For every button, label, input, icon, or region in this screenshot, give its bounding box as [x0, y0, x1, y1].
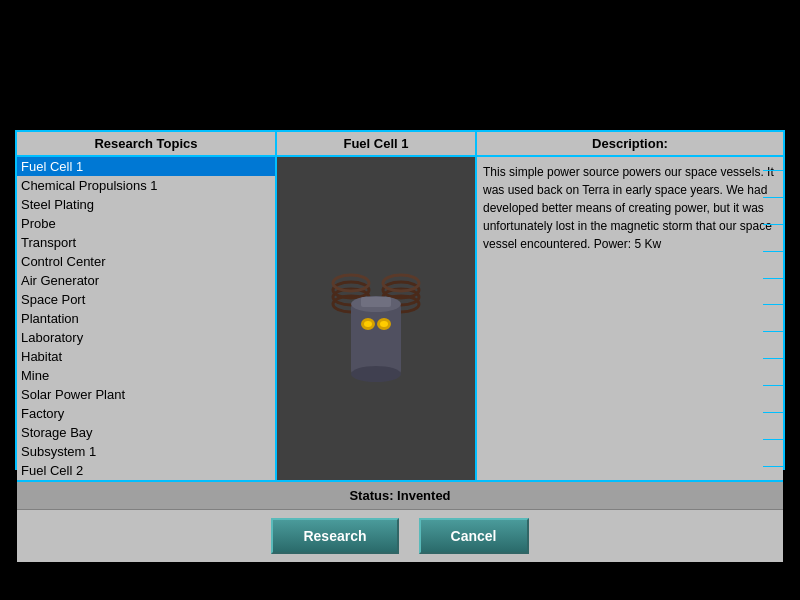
status-bar: Status: Invented [17, 482, 783, 510]
research-button[interactable]: Research [271, 518, 398, 554]
list-item[interactable]: Laboratory [17, 328, 275, 347]
list-item[interactable]: Fuel Cell 1 [17, 157, 275, 176]
list-item[interactable]: Steel Plating [17, 195, 275, 214]
list-container: Fuel Cell 1Chemical Propulsions 1Steel P… [17, 157, 275, 480]
right-panel: Description: This simple power source po… [477, 132, 783, 480]
list-item[interactable]: Subsystem 1 [17, 442, 275, 461]
list-item[interactable]: Control Center [17, 252, 275, 271]
cancel-button[interactable]: Cancel [419, 518, 529, 554]
description-text: This simple power source powers our spac… [477, 157, 783, 480]
svg-point-13 [364, 321, 372, 327]
list-item[interactable]: Habitat [17, 347, 275, 366]
svg-point-10 [351, 366, 401, 382]
dialog-top: Research Topics Fuel Cell 1Chemical Prop… [17, 132, 783, 482]
research-dialog: Research Topics Fuel Cell 1Chemical Prop… [15, 130, 785, 470]
topics-header: Research Topics [17, 132, 275, 157]
list-item[interactable]: Storage Bay [17, 423, 275, 442]
fuel-cell-image [316, 249, 436, 389]
middle-panel: Fuel Cell 1 [277, 132, 477, 480]
list-item[interactable]: Transport [17, 233, 275, 252]
item-image-area [277, 157, 475, 480]
list-item[interactable]: Probe [17, 214, 275, 233]
item-name-header: Fuel Cell 1 [277, 132, 475, 157]
list-item[interactable]: Air Generator [17, 271, 275, 290]
list-item[interactable]: Factory [17, 404, 275, 423]
button-row: Research Cancel [17, 510, 783, 562]
list-item[interactable]: Fuel Cell 2 [17, 461, 275, 480]
list-item[interactable]: Chemical Propulsions 1 [17, 176, 275, 195]
description-content: This simple power source powers our spac… [483, 165, 774, 251]
svg-rect-8 [351, 304, 401, 374]
svg-rect-15 [361, 297, 391, 307]
list-item[interactable]: Solar Power Plant [17, 385, 275, 404]
svg-point-14 [380, 321, 388, 327]
list-item[interactable]: Plantation [17, 309, 275, 328]
blue-line-decoration [763, 157, 783, 480]
description-header: Description: [477, 132, 783, 157]
research-list[interactable]: Fuel Cell 1Chemical Propulsions 1Steel P… [17, 157, 275, 480]
list-item[interactable]: Space Port [17, 290, 275, 309]
list-item[interactable]: Mine [17, 366, 275, 385]
left-panel: Research Topics Fuel Cell 1Chemical Prop… [17, 132, 277, 480]
